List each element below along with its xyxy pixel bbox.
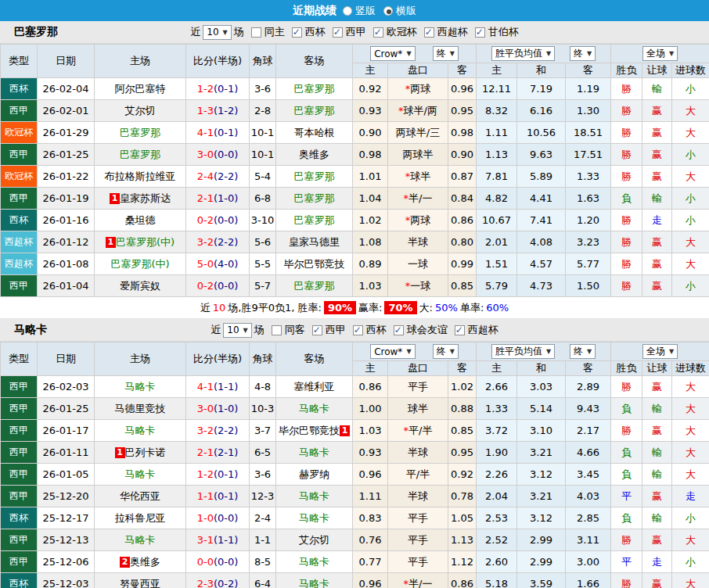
cell-odds-home: 1.04: [353, 188, 388, 210]
league-checkbox[interactable]: [373, 27, 383, 38]
away-team-link[interactable]: 马略卡: [299, 512, 329, 524]
home-team-link[interactable]: 马略卡: [125, 468, 156, 480]
home-team-link[interactable]: 桑坦德: [125, 214, 156, 226]
home-team-link[interactable]: 阿尔巴塞特: [115, 83, 166, 95]
table-row: 西甲 26-02-01 艾尔切 1-3(1-2) 2-8 巴塞罗那 0.93 *…: [1, 100, 709, 122]
league-checkbox[interactable]: [394, 325, 404, 335]
bookmaker-select[interactable]: Crow*▼: [370, 344, 415, 359]
avg-stage-select[interactable]: 终▼: [570, 344, 596, 359]
away-team-link[interactable]: 巴塞罗那: [294, 280, 335, 292]
match-type-badge: 西甲: [1, 486, 38, 507]
away-team-link[interactable]: 塞维利亚: [294, 381, 335, 393]
sub-header-odds-away: 客: [448, 361, 477, 376]
league-checkbox[interactable]: [424, 27, 434, 38]
away-team-link[interactable]: 马略卡: [299, 578, 329, 588]
col-header-type: 类型: [1, 342, 38, 376]
away-team-link[interactable]: 马略卡: [299, 446, 329, 458]
bookmaker-select[interactable]: Crow*▼: [370, 46, 415, 61]
radio-unselected-icon[interactable]: [343, 6, 352, 16]
sub-header-odds-away: 客: [448, 63, 477, 78]
home-team-link[interactable]: 布拉格斯拉维亚: [105, 170, 176, 182]
away-team-link[interactable]: 毕尔巴鄂竞技: [284, 258, 345, 270]
league-checkbox[interactable]: [455, 325, 465, 335]
cell-avg-home: 1.90: [477, 442, 517, 464]
cell-date: 25-12-03: [38, 573, 95, 588]
dropdown-arrow-icon: ▼: [450, 50, 455, 57]
avg-type-select[interactable]: 胜平负均值▼: [491, 46, 555, 61]
away-team-link[interactable]: 皇家马德里: [289, 236, 340, 248]
home-team-link[interactable]: 爱斯宾奴: [120, 280, 160, 292]
radio-horizontal-layout[interactable]: 横版: [383, 4, 416, 18]
away-team-link[interactable]: 巴塞罗那: [294, 170, 335, 182]
home-team-link[interactable]: 马略卡: [125, 534, 156, 546]
cell-corners: 8-5: [250, 551, 276, 573]
league-checkbox[interactable]: [312, 325, 322, 335]
cell-date: 25-12-20: [38, 486, 95, 507]
home-team-link[interactable]: 努曼西亚: [120, 578, 160, 588]
halftime-score: (1-0): [214, 403, 238, 414]
sub-header-odds-home: 主: [353, 361, 388, 376]
cell-result: 勝: [611, 210, 642, 231]
away-team-link[interactable]: 马略卡: [299, 403, 329, 414]
away-team-link[interactable]: 巴塞罗那: [294, 214, 335, 226]
away-team-link[interactable]: 艾尔切: [299, 534, 329, 546]
scope-select[interactable]: 全场▼: [642, 344, 678, 359]
home-team-link[interactable]: 巴塞罗那: [120, 149, 160, 160]
league-checkbox[interactable]: [353, 325, 363, 335]
match-count-select[interactable]: 10▼: [203, 25, 231, 40]
home-team-link[interactable]: 巴塞罗那(中): [116, 236, 175, 248]
cell-score: 2-3(0-2): [186, 573, 250, 588]
away-team-link[interactable]: 马略卡: [299, 490, 329, 502]
odds-stage-select[interactable]: 终▼: [433, 46, 459, 61]
cell-avg-home: 1.13: [477, 144, 517, 166]
home-team-link[interactable]: 拉科鲁尼亚: [115, 512, 166, 524]
scope-select[interactable]: 全场▼: [642, 46, 678, 61]
away-team-link[interactable]: 毕尔巴鄂竞技: [279, 425, 340, 436]
cell-away-team: 巴塞罗那: [276, 275, 353, 297]
home-team-link[interactable]: 巴塞罗那(中): [110, 258, 169, 270]
league-checkbox[interactable]: [292, 27, 302, 38]
away-team-link[interactable]: 哥本哈根: [294, 127, 335, 138]
home-team-link[interactable]: 马德里竞技: [115, 403, 166, 414]
same-venue-checkbox[interactable]: [272, 325, 282, 335]
home-team-link[interactable]: 巴列卡诺: [125, 446, 166, 458]
cell-avg-away: 2.17: [566, 420, 611, 442]
home-team-link[interactable]: 皇家苏斯达: [120, 192, 171, 204]
home-team-link[interactable]: 马略卡: [125, 381, 156, 393]
away-team-link[interactable]: 巴塞罗那: [294, 83, 335, 95]
away-team-link[interactable]: 赫罗纳: [299, 468, 329, 480]
same-venue-checkbox[interactable]: [251, 27, 261, 38]
handicap-text: 半/一: [408, 192, 432, 204]
cell-corners: 1-1: [250, 529, 276, 551]
odds-stage-select[interactable]: 终▼: [433, 344, 459, 359]
halftime-score: (2-2): [214, 170, 238, 182]
cell-handicap-result: 輸: [642, 507, 672, 529]
home-team-link[interactable]: 马略卡: [125, 425, 156, 436]
home-team-link[interactable]: 奥维多: [130, 556, 160, 568]
cell-away-team: 巴塞罗那: [276, 100, 353, 122]
away-team-link[interactable]: 奥维多: [299, 149, 329, 160]
match-count-select[interactable]: 10▼: [223, 323, 251, 338]
halftime-score: (0-0): [214, 149, 238, 160]
home-team-link[interactable]: 巴塞罗那: [120, 127, 160, 138]
away-team-link[interactable]: 马略卡: [299, 556, 329, 568]
home-team-link[interactable]: 艾尔切: [125, 105, 156, 117]
radio-selected-icon[interactable]: [383, 6, 393, 16]
avg-type-select[interactable]: 胜平负均值▼: [491, 344, 555, 359]
radio-vertical-layout[interactable]: 竖版: [343, 4, 376, 18]
away-team-link[interactable]: 巴塞罗那: [294, 192, 335, 204]
league-checkbox[interactable]: [333, 27, 343, 38]
table-row: 西杯 26-01-16 桑坦德 0-2(0-0) 3-10 巴塞罗那 1.02 …: [1, 210, 709, 231]
home-team-link[interactable]: 华伦西亚: [120, 490, 160, 502]
cell-handicap: 平手: [388, 529, 448, 551]
match-type-badge: 西甲: [1, 100, 38, 122]
away-team-link[interactable]: 巴塞罗那: [294, 105, 335, 117]
league-checkbox[interactable]: [475, 27, 485, 38]
cell-goals-result: 大: [672, 529, 709, 551]
cell-home-team: 巴塞罗那(中): [95, 253, 186, 275]
cell-avg-draw: 4.73: [517, 275, 566, 297]
handicap-rate-label: 赢率:: [358, 301, 382, 315]
avg-stage-select[interactable]: 终▼: [570, 46, 596, 61]
cell-odds-home: 0.83: [353, 507, 388, 529]
col-header-type: 类型: [1, 45, 38, 78]
